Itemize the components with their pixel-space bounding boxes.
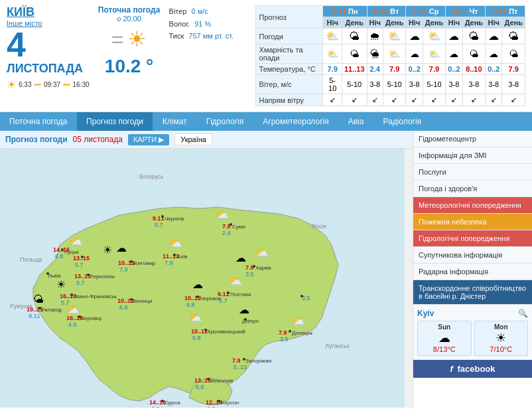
current-time: о 20:00 (117, 15, 141, 23)
forecast-date-4: 9.11 Пт (486, 6, 525, 17)
sidebar-smi[interactable]: Інформація для ЗМІ (413, 147, 532, 164)
icon-6: ☁ (446, 29, 462, 44)
svg-text:Харків: Харків (255, 265, 271, 271)
nav-current[interactable]: Поточна погода (0, 112, 76, 131)
svg-text:3.5: 3.5 (280, 336, 289, 343)
nav-prognoz[interactable]: Прогноз погоди (77, 112, 153, 131)
facebook-block[interactable]: f facebook (413, 360, 532, 378)
svg-text:☁: ☁ (192, 279, 203, 290)
nav-radio[interactable]: Радіологія (373, 112, 431, 131)
forecast-table: Прогноз 5.11 Пн 6.11 Вт 7.11 Ср 8.11 Чт … (255, 5, 525, 106)
svg-text:Київ: Київ (177, 254, 188, 260)
svg-point-75 (243, 358, 245, 361)
svg-text:7.9: 7.9 (222, 223, 231, 230)
sidebar-weather-widget: Kyiv 🔍 Sun ☁ 8/13°C Mon ☀ 7/10°C (413, 305, 532, 360)
nav-climat[interactable]: Клімат (153, 112, 196, 131)
sidebar-gmc[interactable]: Гідрометеоцентр (413, 131, 532, 147)
widget-search-icon[interactable]: 🔍 (518, 309, 528, 318)
svg-point-89 (161, 400, 164, 402)
period-3: День (383, 17, 406, 29)
sidebar-radar[interactable]: Радарна інформація (413, 264, 532, 280)
svg-text:⛅: ⛅ (216, 208, 229, 221)
map-cards-button[interactable]: КАРТИ ▶ (128, 134, 169, 145)
svg-text:5..13: 5..13 (233, 364, 247, 370)
current-weather-block: Поточна погода о 20:00 = ☀ 10.2 ° (96, 5, 163, 77)
svg-point-93 (218, 400, 220, 402)
navbar: Поточна погода Прогноз погоди Клімат Гід… (0, 112, 532, 131)
city-name[interactable]: КИЇВ (7, 5, 90, 19)
svg-point-31 (173, 254, 176, 256)
dots: ••• (34, 81, 41, 88)
svg-point-69 (204, 329, 207, 331)
svg-text:Івано-Франківськ: Івано-Франківськ (75, 293, 117, 299)
svg-text:6.8: 6.8 (151, 406, 160, 408)
forecast-date-2: 7.11 Ср (406, 6, 446, 17)
nav-avia[interactable]: Авіа (339, 112, 373, 131)
period-7: День (462, 17, 486, 29)
weather-equal-icon: = (111, 27, 124, 52)
sidebar-health[interactable]: Погода і здоров'я (413, 181, 532, 197)
svg-point-27 (253, 265, 255, 268)
svg-text:⛅: ⛅ (189, 311, 202, 324)
svg-text:⛅: ⛅ (292, 315, 305, 327)
sidebar-satellite[interactable]: Супутникова інформація (413, 247, 532, 264)
svg-text:Миколаїв: Миколаїв (210, 378, 233, 384)
svg-text:6.8: 6.8 (207, 406, 216, 408)
header: КИЇВ Інше місто 4 ЛИСТОПАДА ☀ 6:33 ••• 0… (0, 0, 532, 112)
svg-text:Луганськ: Луганськ (325, 343, 350, 349)
row-wind: Вітер, м/с (255, 75, 323, 94)
period-6: Ніч (446, 17, 462, 29)
day-icon-mon: ☀ (477, 331, 526, 345)
svg-text:Донецьк: Донецьк (292, 330, 313, 336)
svg-point-79 (289, 330, 291, 333)
sidebar-meteo-warnings[interactable]: Метеорологічні попередження (413, 197, 532, 214)
svg-text:4.6: 4.6 (68, 321, 77, 328)
svg-text:7.9: 7.9 (119, 266, 128, 273)
sunset-time: 16:30 (73, 81, 90, 88)
ukraine-tab[interactable]: Україна (174, 133, 212, 145)
icon-9: 🌤 (502, 29, 525, 44)
svg-text:5.7: 5.7 (76, 280, 85, 286)
map-title: Прогноз погоди (5, 135, 68, 144)
icon-4: ☁ (406, 29, 423, 44)
icon-0: ⛅ (323, 29, 342, 44)
forecast-prognoz-label: Прогноз (255, 6, 323, 29)
svg-text:6.8: 6.8 (55, 253, 64, 260)
facebook-label: facebook (457, 364, 495, 374)
icon-7: 🌤 (462, 29, 486, 44)
svg-text:Польща: Польща (20, 256, 42, 263)
wind-value: 0 м/с (192, 7, 208, 15)
svg-point-57 (130, 298, 133, 301)
widget-days: Sun ☁ 8/13°C Mon ☀ 7/10°C (417, 321, 528, 356)
svg-point-15 (81, 256, 84, 258)
svg-text:Львів: Львів (48, 273, 61, 279)
nav-agro[interactable]: Агрометеорологія (253, 112, 338, 131)
icon-2: 🌧 (367, 29, 383, 44)
svg-text:6.8: 6.8 (119, 304, 128, 311)
sidebar-services[interactable]: Послуги (413, 164, 532, 181)
svg-text:13..15: 13..15 (73, 255, 90, 262)
svg-text:Кропивницький: Кропивницький (208, 329, 245, 335)
facebook-icon: f (450, 364, 452, 374)
humidity-label: Волог. (169, 20, 190, 28)
svg-point-45 (70, 293, 73, 296)
nav-hydro[interactable]: Гідрологія (197, 112, 253, 131)
svg-text:Чернівці: Чернівці (81, 315, 101, 321)
sidebar: Гідрометеоцентр Інформація для ЗМІ Послу… (413, 131, 532, 409)
sidebar-fire-danger[interactable]: Пожежна небезпека (413, 214, 532, 230)
svg-text:Білорусь: Білорусь (139, 173, 164, 180)
svg-text:Вінниця: Вінниця (133, 298, 152, 304)
svg-text:Одеса: Одеса (165, 400, 180, 406)
date-month: ЛИСТОПАДА (7, 62, 90, 76)
sidebar-hydro-warnings[interactable]: Гідрологічні попередження (413, 230, 532, 247)
forecast-pogody-label: Погоди (255, 29, 323, 44)
svg-text:⛅: ⛅ (66, 303, 80, 316)
sidebar-transborder[interactable]: Транскордонне співробітництво в басейні … (413, 280, 532, 305)
svg-point-23 (230, 223, 232, 226)
svg-text:☀: ☀ (103, 244, 112, 256)
svg-text:Луцьк: Луцьк (64, 249, 79, 255)
svg-text:6.8: 6.8 (196, 384, 204, 390)
svg-text:5.7: 5.7 (219, 297, 228, 304)
svg-text:☀: ☀ (56, 279, 66, 290)
weather-details: Вітер 0 м/с Волог. 91 % Тиск 757 мм рт. … (169, 5, 249, 42)
